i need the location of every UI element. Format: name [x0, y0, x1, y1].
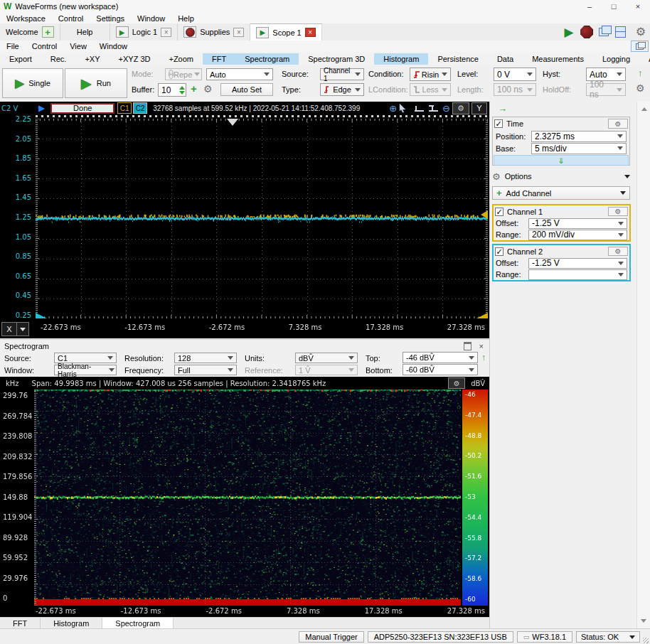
menu-item[interactable]: Settings	[90, 14, 131, 23]
single-button[interactable]: ▶ Single	[2, 68, 63, 98]
view-toolbar-item[interactable]: Data	[488, 53, 523, 65]
view-toolbar-item[interactable]: Export	[0, 53, 41, 65]
add-channel-button[interactable]: + Add Channel	[492, 186, 630, 200]
add-buffer-icon[interactable]: +	[191, 82, 197, 95]
view-toolbar-item[interactable]: +XYZ 3D	[110, 53, 160, 65]
trigger-gear-icon[interactable]: ⚙	[636, 83, 645, 93]
view-toolbar-item[interactable]: +XY	[75, 53, 109, 65]
buffer-position-strip[interactable]	[36, 115, 488, 117]
view-toolbar-item[interactable]: FFT	[203, 53, 235, 65]
trigger-up-icon[interactable]: ↑	[638, 68, 643, 78]
level-cursor-icon[interactable]	[412, 103, 427, 113]
view-toolbar-item[interactable]: Histogram	[374, 53, 428, 65]
channel2-checkbox[interactable]: ✓	[495, 247, 504, 256]
time-position-dropdown[interactable]: 2.3275 ms	[531, 131, 627, 142]
view-toolbar-item[interactable]: Logging	[593, 53, 639, 65]
tab-welcome[interactable]: Welcome +	[0, 23, 60, 41]
type-dropdown[interactable]: Edge	[320, 83, 364, 96]
x-axis-dropdown-icon[interactable]	[17, 322, 29, 336]
trigger-level-marker[interactable]	[481, 210, 488, 219]
channel1-range-dropdown[interactable]: 200 mV/div	[528, 230, 627, 240]
c1-badge[interactable]: C1	[117, 102, 132, 114]
run-button[interactable]: ▶ Run	[65, 68, 127, 98]
view-toolbar-item[interactable]: Persistence	[428, 53, 487, 65]
view-toolbar-item[interactable]: Spectrogram 3D	[299, 53, 374, 65]
source-dropdown[interactable]: Channel 1	[320, 68, 364, 80]
channel2-offset-dropdown[interactable]: -1.25 V	[528, 258, 627, 269]
tab-scope1[interactable]: ▶ Scope 1 ×	[250, 23, 321, 41]
spec-reference-dropdown[interactable]: 1 V̂	[295, 365, 358, 375]
options-row[interactable]: ⚙ Options	[492, 171, 630, 182]
spinner-arrows-icon[interactable]	[179, 86, 185, 95]
cursor-arrow-icon[interactable]	[397, 103, 412, 113]
spec-top-dropdown[interactable]: -46 dBV̂	[403, 352, 478, 363]
view-toolbar-item[interactable]: Rec.	[41, 53, 76, 65]
doc-menu-item[interactable]: View	[63, 41, 93, 51]
channel2-gear-button[interactable]: ⚙	[608, 247, 628, 256]
scroll-up-icon[interactable]	[641, 107, 647, 111]
scope-state-button[interactable]: Done	[50, 103, 114, 114]
menu-item[interactable]: Window	[131, 14, 171, 23]
mode-dropdown[interactable]: H Repe	[165, 68, 202, 80]
c2-badge[interactable]: C2	[133, 102, 147, 114]
tab-help[interactable]: Help	[60, 23, 110, 41]
menu-item[interactable]: Workspace	[0, 14, 52, 23]
spec-resolution-dropdown[interactable]: 128	[174, 353, 237, 363]
close-tab-icon[interactable]: ×	[233, 28, 244, 37]
spec-window-dropdown[interactable]: Blackman-Harris	[54, 365, 117, 375]
c2-marker[interactable]	[36, 313, 47, 318]
doc-menu-item[interactable]: Window	[93, 41, 134, 51]
zoom-out-icon[interactable]: ⊖	[442, 103, 450, 114]
doc-menu-item[interactable]: File	[0, 41, 26, 51]
minimize-button[interactable]: –	[577, 0, 602, 13]
resize-grip[interactable]	[643, 638, 649, 643]
time-apply-button[interactable]: ⇓	[494, 155, 629, 166]
run-all-icon[interactable]: ▶	[560, 25, 578, 40]
scope-gear-button[interactable]: ⚙	[452, 102, 469, 114]
spec-units-dropdown[interactable]: dBV̂	[295, 353, 358, 363]
bottom-tab[interactable]: Spectrogram	[102, 618, 174, 629]
scope-run-arrow-icon[interactable]: ▶	[38, 103, 45, 113]
channel2-range-dropdown[interactable]	[528, 269, 627, 280]
stop-all-icon[interactable]	[578, 25, 596, 40]
time-checkbox[interactable]: ✓	[494, 119, 503, 128]
panel-right-arrow-icon[interactable]: →	[498, 103, 507, 114]
y-axis-button[interactable]: Y	[471, 102, 487, 114]
close-panel-icon[interactable]: ×	[479, 342, 484, 350]
scope-waveform-canvas[interactable]	[36, 119, 488, 318]
view-toolbar-item[interactable]: +Zoom	[159, 53, 203, 65]
pop-out-icon[interactable]	[631, 41, 649, 52]
menu-item[interactable]: Help	[171, 14, 201, 23]
view-toolbar-item[interactable]: Spectrogram	[235, 53, 299, 65]
spectrogram-canvas[interactable]	[34, 390, 461, 606]
condition-dropdown[interactable]: Risin	[410, 68, 451, 81]
level-cursor2-icon[interactable]	[427, 103, 441, 113]
device-status[interactable]: ADP5250-323EF13 SN:323EF13 USB	[368, 631, 513, 643]
channel1-checkbox[interactable]: ✓	[495, 208, 504, 216]
gear-icon[interactable]: ⚙	[636, 26, 646, 38]
spec-frequency-dropdown[interactable]: Full	[174, 365, 237, 375]
doc-menu-item[interactable]: Control	[26, 41, 63, 51]
bottom-tab[interactable]: Histogram	[41, 618, 102, 629]
length-dropdown[interactable]: 100 ns	[494, 83, 536, 96]
channel1-gear-button[interactable]: ⚙	[608, 207, 628, 216]
holdoff-dropdown[interactable]: 100 ns	[586, 83, 626, 96]
time-base-dropdown[interactable]: 5 ms/div	[531, 143, 627, 154]
lcondition-dropdown[interactable]: Less	[410, 83, 451, 96]
maximize-button[interactable]: □	[602, 0, 626, 13]
tile-windows-icon[interactable]	[612, 25, 629, 40]
close-tab-icon[interactable]: ×	[161, 28, 171, 37]
zoom-in-icon[interactable]: ⊕	[389, 103, 397, 114]
mode-auto-dropdown[interactable]: Auto	[206, 68, 273, 80]
trigger-position-marker[interactable]	[227, 119, 238, 126]
spectrogram-gear-button[interactable]: ⚙	[448, 377, 465, 389]
close-button[interactable]: ×	[626, 0, 650, 13]
cascade-windows-icon[interactable]	[596, 25, 612, 40]
version-status[interactable]: ▭ WF3.18.1	[517, 631, 572, 643]
buffer-spinner[interactable]: 10	[158, 83, 186, 97]
spec-bottom-dropdown[interactable]: -60 dBV̂	[403, 364, 478, 375]
level-dropdown[interactable]: 0 V	[494, 68, 536, 81]
spec-up-icon[interactable]: ↑	[481, 353, 486, 363]
add-instrument-icon[interactable]: +	[42, 26, 54, 38]
close-tab-icon[interactable]: ×	[305, 28, 316, 37]
